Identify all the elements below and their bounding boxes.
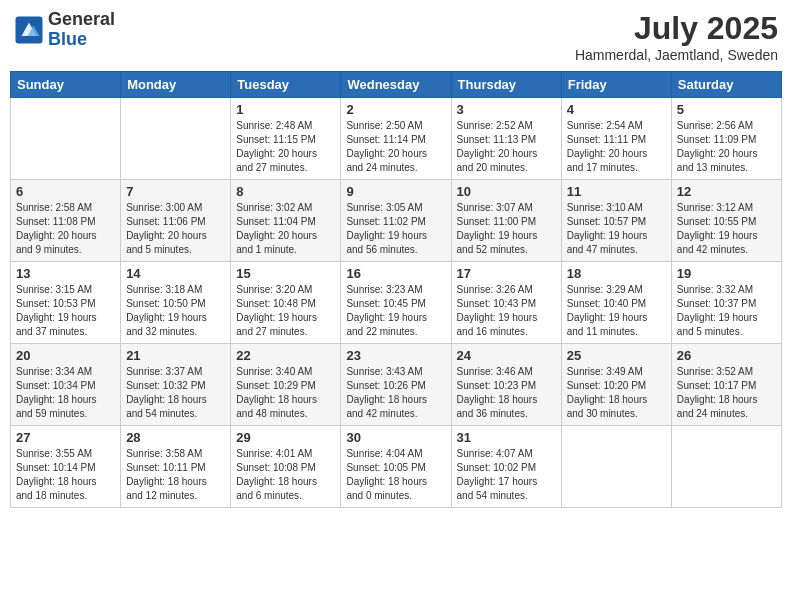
day-info: Sunrise: 3:32 AM Sunset: 10:37 PM Daylig… xyxy=(677,283,776,339)
day-info: Sunrise: 3:34 AM Sunset: 10:34 PM Daylig… xyxy=(16,365,115,421)
day-info: Sunrise: 3:02 AM Sunset: 11:04 PM Daylig… xyxy=(236,201,335,257)
day-number: 2 xyxy=(346,102,445,117)
calendar-header-row: SundayMondayTuesdayWednesdayThursdayFrid… xyxy=(11,72,782,98)
day-number: 23 xyxy=(346,348,445,363)
calendar-week-row: 13Sunrise: 3:15 AM Sunset: 10:53 PM Dayl… xyxy=(11,262,782,344)
calendar-cell xyxy=(121,98,231,180)
day-number: 24 xyxy=(457,348,556,363)
calendar-cell: 13Sunrise: 3:15 AM Sunset: 10:53 PM Dayl… xyxy=(11,262,121,344)
calendar-cell xyxy=(561,426,671,508)
location-title: Hammerdal, Jaemtland, Sweden xyxy=(575,47,778,63)
day-info: Sunrise: 3:40 AM Sunset: 10:29 PM Daylig… xyxy=(236,365,335,421)
day-info: Sunrise: 3:00 AM Sunset: 11:06 PM Daylig… xyxy=(126,201,225,257)
calendar-cell: 5Sunrise: 2:56 AM Sunset: 11:09 PM Dayli… xyxy=(671,98,781,180)
title-area: July 2025 Hammerdal, Jaemtland, Sweden xyxy=(575,10,778,63)
logo: General Blue xyxy=(14,10,115,50)
calendar-week-row: 1Sunrise: 2:48 AM Sunset: 11:15 PM Dayli… xyxy=(11,98,782,180)
weekday-header-thursday: Thursday xyxy=(451,72,561,98)
calendar-cell: 15Sunrise: 3:20 AM Sunset: 10:48 PM Dayl… xyxy=(231,262,341,344)
day-info: Sunrise: 2:58 AM Sunset: 11:08 PM Daylig… xyxy=(16,201,115,257)
day-info: Sunrise: 4:07 AM Sunset: 10:02 PM Daylig… xyxy=(457,447,556,503)
day-number: 13 xyxy=(16,266,115,281)
day-number: 7 xyxy=(126,184,225,199)
day-info: Sunrise: 3:23 AM Sunset: 10:45 PM Daylig… xyxy=(346,283,445,339)
day-info: Sunrise: 2:56 AM Sunset: 11:09 PM Daylig… xyxy=(677,119,776,175)
calendar-cell: 28Sunrise: 3:58 AM Sunset: 10:11 PM Dayl… xyxy=(121,426,231,508)
day-number: 30 xyxy=(346,430,445,445)
day-number: 3 xyxy=(457,102,556,117)
day-number: 27 xyxy=(16,430,115,445)
calendar-cell: 22Sunrise: 3:40 AM Sunset: 10:29 PM Dayl… xyxy=(231,344,341,426)
day-info: Sunrise: 3:07 AM Sunset: 11:00 PM Daylig… xyxy=(457,201,556,257)
day-info: Sunrise: 3:05 AM Sunset: 11:02 PM Daylig… xyxy=(346,201,445,257)
calendar-table: SundayMondayTuesdayWednesdayThursdayFrid… xyxy=(10,71,782,508)
calendar-cell: 19Sunrise: 3:32 AM Sunset: 10:37 PM Dayl… xyxy=(671,262,781,344)
logo-general: General xyxy=(48,10,115,30)
day-number: 20 xyxy=(16,348,115,363)
day-number: 26 xyxy=(677,348,776,363)
day-info: Sunrise: 2:48 AM Sunset: 11:15 PM Daylig… xyxy=(236,119,335,175)
day-number: 31 xyxy=(457,430,556,445)
day-info: Sunrise: 3:46 AM Sunset: 10:23 PM Daylig… xyxy=(457,365,556,421)
calendar-cell xyxy=(11,98,121,180)
calendar-cell: 9Sunrise: 3:05 AM Sunset: 11:02 PM Dayli… xyxy=(341,180,451,262)
calendar-cell: 14Sunrise: 3:18 AM Sunset: 10:50 PM Dayl… xyxy=(121,262,231,344)
day-number: 28 xyxy=(126,430,225,445)
day-number: 4 xyxy=(567,102,666,117)
calendar-cell: 17Sunrise: 3:26 AM Sunset: 10:43 PM Dayl… xyxy=(451,262,561,344)
calendar-cell: 7Sunrise: 3:00 AM Sunset: 11:06 PM Dayli… xyxy=(121,180,231,262)
calendar-cell: 27Sunrise: 3:55 AM Sunset: 10:14 PM Dayl… xyxy=(11,426,121,508)
day-number: 5 xyxy=(677,102,776,117)
calendar-cell: 31Sunrise: 4:07 AM Sunset: 10:02 PM Dayl… xyxy=(451,426,561,508)
calendar-cell: 8Sunrise: 3:02 AM Sunset: 11:04 PM Dayli… xyxy=(231,180,341,262)
day-number: 18 xyxy=(567,266,666,281)
day-info: Sunrise: 3:12 AM Sunset: 10:55 PM Daylig… xyxy=(677,201,776,257)
day-info: Sunrise: 3:15 AM Sunset: 10:53 PM Daylig… xyxy=(16,283,115,339)
calendar-cell: 3Sunrise: 2:52 AM Sunset: 11:13 PM Dayli… xyxy=(451,98,561,180)
month-title: July 2025 xyxy=(575,10,778,47)
day-info: Sunrise: 3:10 AM Sunset: 10:57 PM Daylig… xyxy=(567,201,666,257)
day-info: Sunrise: 3:37 AM Sunset: 10:32 PM Daylig… xyxy=(126,365,225,421)
calendar-cell: 25Sunrise: 3:49 AM Sunset: 10:20 PM Dayl… xyxy=(561,344,671,426)
day-number: 22 xyxy=(236,348,335,363)
day-number: 15 xyxy=(236,266,335,281)
day-info: Sunrise: 3:18 AM Sunset: 10:50 PM Daylig… xyxy=(126,283,225,339)
calendar-cell: 4Sunrise: 2:54 AM Sunset: 11:11 PM Dayli… xyxy=(561,98,671,180)
day-info: Sunrise: 3:26 AM Sunset: 10:43 PM Daylig… xyxy=(457,283,556,339)
page-header: General Blue July 2025 Hammerdal, Jaemtl… xyxy=(10,10,782,63)
day-number: 11 xyxy=(567,184,666,199)
day-info: Sunrise: 3:43 AM Sunset: 10:26 PM Daylig… xyxy=(346,365,445,421)
calendar-week-row: 6Sunrise: 2:58 AM Sunset: 11:08 PM Dayli… xyxy=(11,180,782,262)
calendar-week-row: 20Sunrise: 3:34 AM Sunset: 10:34 PM Dayl… xyxy=(11,344,782,426)
day-info: Sunrise: 4:01 AM Sunset: 10:08 PM Daylig… xyxy=(236,447,335,503)
day-number: 6 xyxy=(16,184,115,199)
calendar-cell: 11Sunrise: 3:10 AM Sunset: 10:57 PM Dayl… xyxy=(561,180,671,262)
weekday-header-sunday: Sunday xyxy=(11,72,121,98)
logo-blue-text: Blue xyxy=(48,30,115,50)
day-number: 17 xyxy=(457,266,556,281)
day-info: Sunrise: 3:29 AM Sunset: 10:40 PM Daylig… xyxy=(567,283,666,339)
calendar-cell: 23Sunrise: 3:43 AM Sunset: 10:26 PM Dayl… xyxy=(341,344,451,426)
day-number: 10 xyxy=(457,184,556,199)
day-info: Sunrise: 3:58 AM Sunset: 10:11 PM Daylig… xyxy=(126,447,225,503)
day-info: Sunrise: 2:50 AM Sunset: 11:14 PM Daylig… xyxy=(346,119,445,175)
logo-icon xyxy=(14,15,44,45)
day-info: Sunrise: 3:49 AM Sunset: 10:20 PM Daylig… xyxy=(567,365,666,421)
calendar-cell xyxy=(671,426,781,508)
weekday-header-friday: Friday xyxy=(561,72,671,98)
calendar-cell: 1Sunrise: 2:48 AM Sunset: 11:15 PM Dayli… xyxy=(231,98,341,180)
day-number: 9 xyxy=(346,184,445,199)
day-number: 25 xyxy=(567,348,666,363)
calendar-cell: 2Sunrise: 2:50 AM Sunset: 11:14 PM Dayli… xyxy=(341,98,451,180)
day-number: 8 xyxy=(236,184,335,199)
day-number: 14 xyxy=(126,266,225,281)
day-number: 21 xyxy=(126,348,225,363)
calendar-cell: 21Sunrise: 3:37 AM Sunset: 10:32 PM Dayl… xyxy=(121,344,231,426)
calendar-week-row: 27Sunrise: 3:55 AM Sunset: 10:14 PM Dayl… xyxy=(11,426,782,508)
calendar-cell: 29Sunrise: 4:01 AM Sunset: 10:08 PM Dayl… xyxy=(231,426,341,508)
calendar-cell: 18Sunrise: 3:29 AM Sunset: 10:40 PM Dayl… xyxy=(561,262,671,344)
calendar-cell: 30Sunrise: 4:04 AM Sunset: 10:05 PM Dayl… xyxy=(341,426,451,508)
logo-text: General Blue xyxy=(48,10,115,50)
calendar-cell: 10Sunrise: 3:07 AM Sunset: 11:00 PM Dayl… xyxy=(451,180,561,262)
calendar-cell: 20Sunrise: 3:34 AM Sunset: 10:34 PM Dayl… xyxy=(11,344,121,426)
